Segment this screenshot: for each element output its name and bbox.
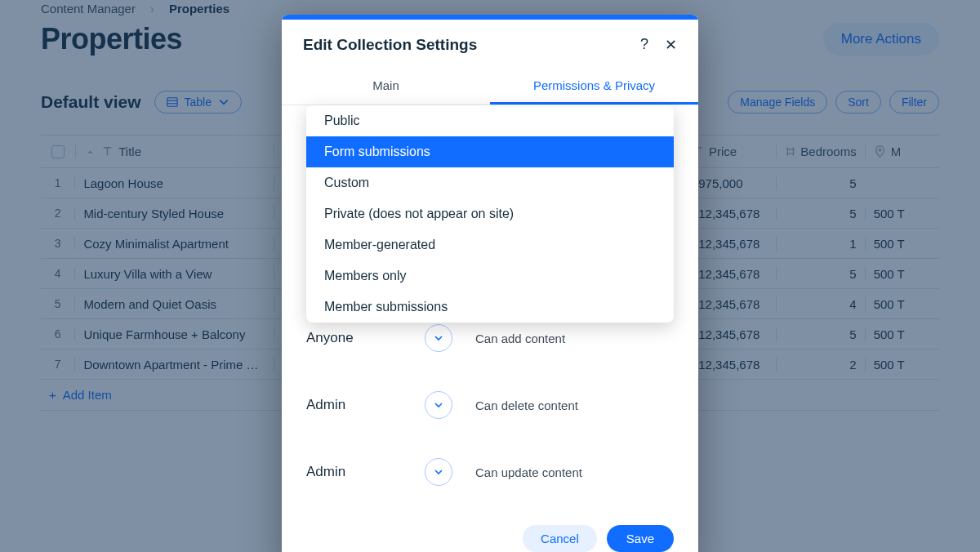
dropdown-option[interactable]: Private (does not appear on site) bbox=[306, 198, 674, 229]
permission-desc: Can delete content bbox=[475, 398, 578, 412]
close-icon[interactable]: ✕ bbox=[665, 36, 677, 54]
permission-desc: Can add content bbox=[475, 332, 565, 345]
permission-type-dropdown: PublicForm submissionsCustomPrivate (doe… bbox=[306, 105, 674, 323]
dropdown-option[interactable]: Member submissions bbox=[306, 292, 674, 323]
modal-title: Edit Collection Settings bbox=[303, 36, 477, 54]
dropdown-option[interactable]: Form submissions bbox=[306, 136, 674, 167]
save-button[interactable]: Save bbox=[607, 525, 674, 552]
role-dropdown-toggle[interactable] bbox=[425, 458, 452, 486]
permission-row: AnyoneCan add content bbox=[306, 324, 674, 352]
dropdown-option[interactable]: Member-generated bbox=[306, 229, 674, 260]
role-dropdown-toggle[interactable] bbox=[425, 324, 452, 352]
permission-row: AdminCan delete content bbox=[306, 391, 674, 419]
permission-role: Admin bbox=[306, 464, 425, 480]
dropdown-option[interactable]: Public bbox=[306, 105, 674, 136]
permission-role: Anyone bbox=[306, 330, 425, 346]
cancel-button[interactable]: Cancel bbox=[523, 525, 597, 552]
edit-collection-modal: Edit Collection Settings ? ✕ Main Permis… bbox=[282, 15, 698, 552]
tab-main[interactable]: Main bbox=[282, 69, 490, 105]
dropdown-option[interactable]: Custom bbox=[306, 167, 674, 198]
dropdown-option[interactable]: Members only bbox=[306, 260, 674, 292]
modal-tabs: Main Permissions & Privacy bbox=[282, 69, 698, 105]
modal-overlay: Edit Collection Settings ? ✕ Main Permis… bbox=[0, 0, 980, 552]
permission-row: AdminCan update content bbox=[306, 458, 674, 486]
tab-permissions[interactable]: Permissions & Privacy bbox=[490, 69, 698, 105]
role-dropdown-toggle[interactable] bbox=[425, 391, 452, 419]
permission-role: Admin bbox=[306, 397, 425, 413]
permission-desc: Can update content bbox=[475, 465, 582, 479]
help-icon[interactable]: ? bbox=[640, 36, 648, 54]
